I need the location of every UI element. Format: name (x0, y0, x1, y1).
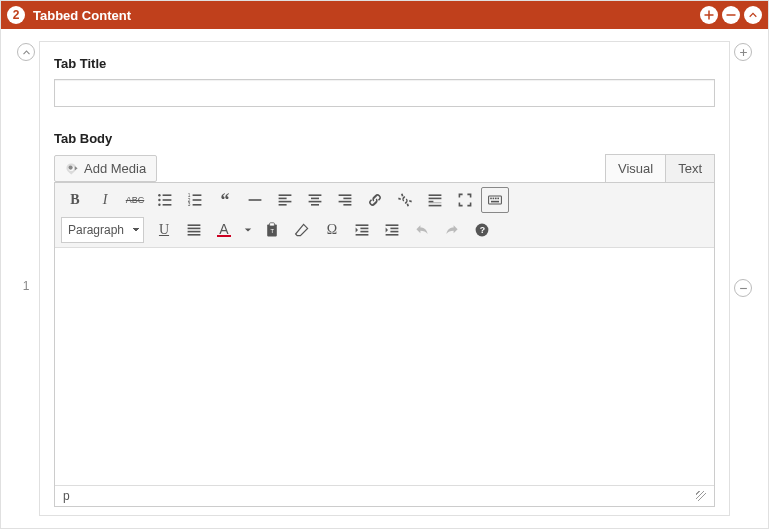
svg-rect-18 (279, 204, 287, 206)
clear-formatting-button[interactable] (288, 217, 316, 243)
layout-title: Tabbed Content (33, 8, 700, 23)
align-justify-icon (186, 222, 202, 238)
align-center-button[interactable] (301, 187, 329, 213)
bulleted-list-button[interactable] (151, 187, 179, 213)
svg-rect-24 (343, 198, 351, 200)
redo-icon (444, 222, 460, 238)
outdent-icon (354, 222, 370, 238)
tab-title-label: Tab Title (54, 56, 715, 71)
redo-button[interactable] (438, 217, 466, 243)
svg-rect-55 (740, 287, 747, 288)
help-button[interactable]: ? (468, 217, 496, 243)
svg-rect-14 (249, 199, 262, 201)
resize-handle[interactable] (696, 491, 706, 501)
svg-rect-41 (188, 234, 201, 236)
indent-button[interactable] (378, 217, 406, 243)
text-color-dropdown[interactable] (240, 217, 256, 243)
svg-rect-49 (386, 224, 399, 226)
svg-rect-13 (193, 204, 202, 206)
italic-button[interactable]: I (91, 187, 119, 213)
svg-rect-25 (339, 201, 352, 203)
help-icon: ? (474, 222, 490, 238)
bold-button[interactable]: B (61, 187, 89, 213)
indent-icon (384, 222, 400, 238)
align-right-button[interactable] (331, 187, 359, 213)
underline-button[interactable]: U (150, 217, 178, 243)
layout-order-badge: 2 (7, 6, 25, 24)
layout-body: 1 Tab Title Tab Body Add Media Visual Te… (1, 29, 768, 528)
special-character-button[interactable]: Ω (318, 217, 346, 243)
minus-icon (725, 9, 737, 21)
editor-textarea[interactable] (55, 248, 714, 485)
tab-body-label: Tab Body (54, 131, 715, 146)
svg-rect-21 (309, 201, 322, 203)
svg-rect-28 (429, 198, 442, 200)
collapse-layout-button[interactable] (744, 6, 762, 24)
svg-rect-35 (495, 198, 497, 200)
remove-link-button[interactable] (391, 187, 419, 213)
add-media-button[interactable]: Add Media (54, 155, 157, 182)
svg-rect-20 (311, 198, 319, 200)
toolbar-toggle-button[interactable] (481, 187, 509, 213)
wysiwyg-editor: B I ABC 123 “ (54, 182, 715, 507)
svg-rect-46 (360, 228, 368, 230)
tab-visual[interactable]: Visual (605, 154, 666, 183)
paste-as-text-button[interactable]: T (258, 217, 286, 243)
add-media-label: Add Media (84, 161, 146, 176)
element-path: p (63, 489, 70, 503)
list-ol-icon: 123 (187, 192, 203, 208)
text-color-button[interactable]: A (210, 217, 238, 243)
svg-rect-45 (356, 224, 369, 226)
read-more-icon (427, 192, 443, 208)
editor-top-row: Add Media Visual Text (54, 154, 715, 182)
insert-more-button[interactable] (421, 187, 449, 213)
add-layout-button[interactable] (700, 6, 718, 24)
fullscreen-icon (457, 192, 473, 208)
svg-rect-36 (497, 198, 499, 200)
tab-text[interactable]: Text (666, 154, 715, 183)
svg-rect-22 (311, 204, 319, 206)
align-right-icon (337, 192, 353, 208)
fullscreen-button[interactable] (451, 187, 479, 213)
svg-rect-40 (188, 231, 201, 233)
editor-content-area[interactable] (55, 248, 714, 485)
svg-rect-32 (489, 196, 502, 204)
svg-rect-9 (193, 194, 202, 196)
hr-icon (247, 192, 263, 208)
block-format-select[interactable]: Paragraph (61, 217, 144, 243)
collapse-row-button[interactable] (17, 43, 35, 61)
caret-down-icon (244, 226, 252, 234)
horizontal-rule-button[interactable] (241, 187, 269, 213)
svg-rect-11 (193, 199, 202, 201)
svg-text:3: 3 (188, 202, 191, 207)
svg-text:T: T (270, 228, 274, 234)
plus-icon (703, 9, 715, 21)
svg-text:?: ? (480, 225, 485, 235)
svg-rect-30 (429, 202, 442, 203)
remove-row-button[interactable] (734, 279, 752, 297)
add-row-button[interactable] (734, 43, 752, 61)
svg-rect-52 (386, 234, 399, 236)
chevron-up-icon (748, 10, 758, 20)
plus-icon (739, 48, 748, 57)
minus-icon (739, 284, 748, 293)
svg-rect-16 (279, 198, 287, 200)
outdent-button[interactable] (348, 217, 376, 243)
strikethrough-button[interactable]: ABC (121, 187, 149, 213)
svg-rect-47 (360, 231, 368, 233)
row-panel: Tab Title Tab Body Add Media Visual Text… (39, 41, 730, 516)
svg-rect-0 (727, 14, 736, 16)
svg-rect-48 (356, 234, 369, 236)
align-left-button[interactable] (271, 187, 299, 213)
left-row-gutter: 1 (13, 41, 39, 516)
svg-rect-37 (491, 201, 499, 203)
layout-header-actions (700, 6, 762, 24)
tab-title-input[interactable] (54, 79, 715, 107)
undo-button[interactable] (408, 217, 436, 243)
blockquote-button[interactable]: “ (211, 187, 239, 213)
numbered-list-button[interactable]: 123 (181, 187, 209, 213)
align-justify-button[interactable] (180, 217, 208, 243)
insert-link-button[interactable] (361, 187, 389, 213)
undo-icon (414, 222, 430, 238)
remove-layout-button[interactable] (722, 6, 740, 24)
